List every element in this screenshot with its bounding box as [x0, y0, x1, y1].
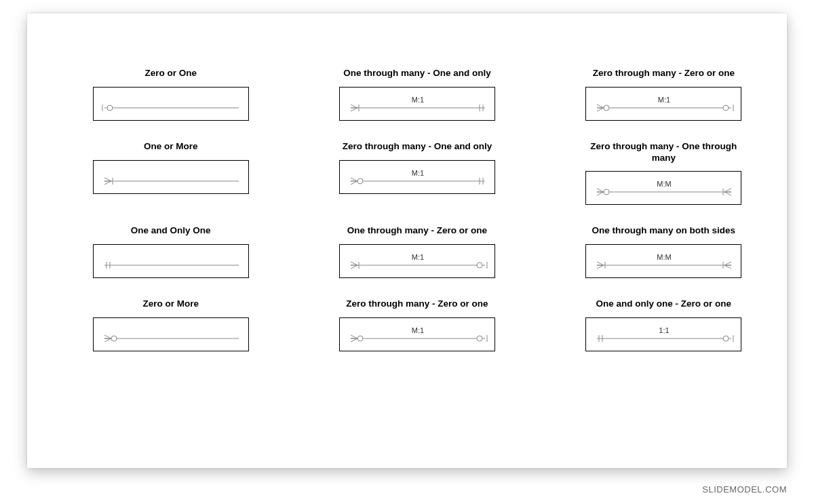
svg-line-60: [724, 265, 731, 269]
svg-point-69: [357, 336, 363, 341]
notation-cell-zero-many-zero-one: Zero through many - Zero or oneM:1: [581, 68, 746, 121]
slide-canvas: Zero or OneOne through many - One and on…: [27, 14, 787, 468]
crowsfoot-icon: [100, 318, 243, 352]
svg-point-33: [604, 189, 609, 195]
notation-box: M:1: [339, 87, 495, 121]
svg-text:M:1: M:1: [412, 169, 424, 177]
crowsfoot-icon: M:1: [347, 318, 489, 352]
svg-point-64: [111, 336, 117, 341]
notation-cell-zero-or-one: Zero or One: [88, 68, 253, 121]
notation-box: M:M: [585, 244, 741, 278]
svg-line-59: [724, 262, 731, 265]
crowsfoot-icon: M:1: [347, 88, 489, 121]
svg-point-50: [477, 263, 482, 268]
svg-line-6: [351, 108, 357, 111]
svg-point-79: [723, 336, 729, 341]
notation-cell-zero-or-more: Zero or More: [88, 298, 253, 351]
svg-text:M:1: M:1: [412, 253, 424, 261]
notation-box: [93, 87, 249, 121]
crowsfoot-icon: [100, 245, 243, 279]
svg-line-26: [351, 178, 357, 181]
notation-cell-zero-many-one-many: Zero through many - One through manyM:M: [581, 141, 746, 205]
svg-line-47: [351, 262, 357, 265]
notation-title: Zero through many - Zero or one: [346, 298, 488, 311]
svg-text:M:1: M:1: [412, 96, 424, 104]
notation-cell-one-or-more: One or More: [88, 141, 253, 205]
svg-line-55: [597, 262, 604, 265]
notation-title: One and only one - Zero or one: [596, 298, 732, 311]
crowsfoot-icon: M:M: [593, 172, 735, 206]
notation-box: [93, 160, 249, 194]
notation-cell-one-many-zero-one: One through many - Zero or oneM:1: [334, 225, 499, 278]
svg-line-39: [724, 192, 731, 195]
crowsfoot-icon: [100, 88, 243, 121]
svg-line-14: [597, 108, 604, 111]
svg-line-38: [724, 189, 731, 192]
svg-point-16: [723, 105, 729, 111]
svg-line-70: [351, 335, 357, 338]
notation-title: Zero through many - One and only: [343, 141, 492, 153]
svg-line-5: [351, 104, 357, 108]
notation-title: One or More: [144, 141, 198, 153]
svg-line-27: [351, 181, 357, 185]
notation-box: [93, 317, 249, 351]
notation-title: Zero or One: [144, 68, 197, 80]
notation-box: M:1: [585, 87, 741, 121]
notation-title: Zero or More: [142, 298, 199, 311]
crowsfoot-icon: M:1: [347, 245, 489, 279]
svg-line-56: [597, 265, 604, 269]
notation-box: 1:1: [585, 317, 741, 351]
notation-cell-one-many-both: One through many on both sidesM:M: [581, 225, 746, 278]
notation-cell-one-only-zero-one: One and only one - Zero or one1:1: [581, 298, 746, 351]
svg-text:1:1: 1:1: [659, 326, 670, 334]
svg-line-48: [351, 265, 357, 269]
crowsfoot-icon: M:1: [593, 88, 735, 121]
svg-text:M:M: M:M: [657, 180, 672, 188]
notation-box: [93, 244, 249, 278]
crowsfoot-icon: [100, 161, 243, 195]
notation-cell-zero-many-one-only: Zero through many - One and onlyM:1: [334, 141, 499, 205]
notation-title: One through many on both sides: [592, 225, 736, 237]
notation-grid: Zero or OneOne through many - One and on…: [88, 68, 746, 351]
svg-line-22: [104, 181, 111, 185]
svg-point-25: [357, 178, 363, 184]
notation-box: M:1: [339, 317, 495, 351]
notation-title: One and Only One: [131, 225, 211, 237]
svg-point-12: [604, 105, 609, 111]
svg-text:M:M: M:M: [657, 253, 672, 261]
crowsfoot-icon: M:M: [593, 245, 735, 279]
notation-title: One through many - Zero or one: [347, 225, 487, 237]
watermark: SLIDEMODEL.COM: [702, 484, 787, 495]
svg-text:M:1: M:1: [412, 326, 424, 334]
svg-point-73: [477, 336, 482, 341]
crowsfoot-icon: 1:1: [593, 318, 735, 352]
notation-cell-zero-many-zero-one-b: Zero through many - Zero or oneM:1: [334, 298, 499, 351]
svg-point-1: [107, 105, 113, 111]
notation-cell-one-many-one-only: One through many - One and onlyM:1: [334, 68, 499, 121]
notation-title: Zero through many - One through many: [581, 141, 746, 164]
notation-cell-one-and-only-one: One and Only One: [88, 225, 253, 278]
notation-box: M:1: [339, 160, 495, 194]
crowsfoot-icon: M:1: [347, 161, 489, 195]
notation-box: M:1: [339, 244, 495, 278]
svg-line-35: [597, 192, 604, 195]
svg-line-34: [597, 189, 604, 192]
svg-line-66: [104, 338, 111, 342]
notation-title: One through many - One and only: [343, 68, 491, 80]
svg-line-21: [104, 178, 111, 181]
notation-title: Zero through many - Zero or one: [593, 68, 735, 80]
notation-box: M:M: [585, 171, 741, 205]
svg-line-13: [597, 104, 604, 108]
svg-text:M:1: M:1: [658, 96, 670, 104]
svg-line-71: [351, 338, 357, 342]
svg-line-65: [104, 335, 111, 338]
